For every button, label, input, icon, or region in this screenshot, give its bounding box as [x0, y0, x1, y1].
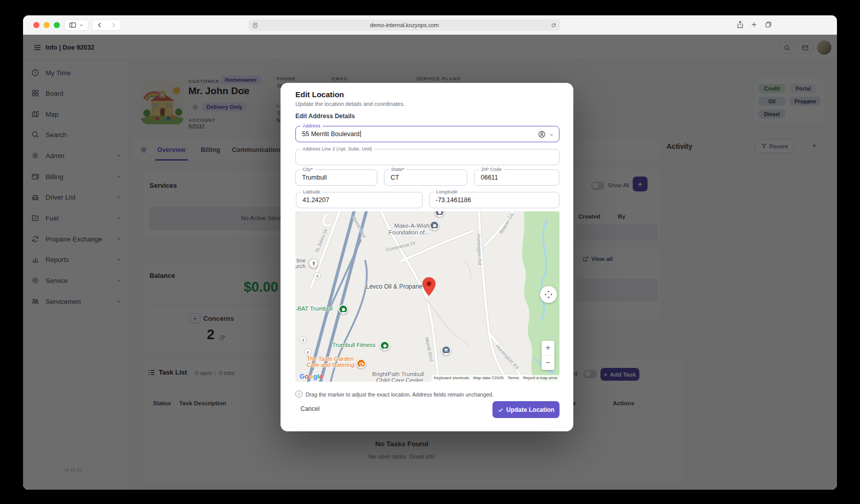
poi-label-dbat[interactable]: D-BAT Trumbull: [295, 305, 333, 312]
zoom-window-button[interactable]: [54, 22, 60, 28]
tab-overview-icon[interactable]: [765, 21, 772, 28]
location-pin-marker[interactable]: [422, 277, 436, 296]
state-label: State*: [389, 166, 406, 172]
zip-value: 06611: [481, 174, 498, 181]
terms-link[interactable]: Terms: [506, 375, 521, 382]
minimize-window-button[interactable]: [44, 22, 50, 28]
zip-input[interactable]: ZIP Code 06611: [474, 169, 560, 186]
sidebar-toggle-icon: [69, 21, 76, 29]
modal-note: Drag the marker to adjust the exact loca…: [306, 391, 493, 398]
zoom-in-button[interactable]: +: [542, 341, 554, 355]
poi-label-church-2: urch: [295, 263, 306, 269]
city-input[interactable]: City* Trumbull: [295, 169, 377, 186]
info-icon: i: [295, 390, 303, 398]
map-attribution: Keyboard shortcuts Map data ©2025 Terms …: [432, 375, 560, 382]
poi-label-taste-garden[interactable]: The Taste Garden: [307, 356, 354, 362]
update-location-button[interactable]: Update Location: [492, 401, 560, 418]
modal-section-title: Edit Address Details: [295, 113, 355, 120]
text-caret: [360, 130, 361, 137]
poi-label-brightpath-2[interactable]: Child Care Center: [376, 377, 423, 382]
latitude-label: Latitude: [301, 189, 322, 194]
keyboard-shortcuts-link[interactable]: Keyboard shortcuts: [432, 375, 471, 382]
route-8-shield: 8: [299, 336, 307, 343]
chevron-down-icon[interactable]: [549, 133, 554, 137]
url-text: demo-internal.kozyops.com: [258, 22, 551, 28]
map-canvas[interactable]: St Johns Dr Merritt Blvd Commerce Dr Hun…: [295, 211, 560, 382]
browser-toolbar: demo-internal.kozyops.com: [23, 15, 837, 35]
latitude-value: 41.24207: [303, 196, 329, 204]
state-input[interactable]: State* CT: [384, 169, 467, 186]
route-8-shield: 8: [304, 348, 311, 356]
report-map-error-link[interactable]: Report a map error: [521, 375, 560, 382]
fitness-marker[interactable]: [380, 341, 390, 350]
modal-title: Edit Location: [295, 90, 344, 99]
google-logo[interactable]: Google: [299, 372, 323, 380]
update-location-label: Update Location: [506, 406, 554, 413]
address-input-value: 55 Merritt Boulevard: [302, 130, 361, 138]
edit-location-modal: Edit Location Update the location detail…: [281, 83, 573, 431]
browser-window: demo-internal.kozyops.com Info | Doe 920…: [23, 15, 837, 490]
poi-label-make-a-wish[interactable]: Make-A-Wish: [372, 223, 429, 229]
poi-label-brightpath[interactable]: BrightPath Trumbull: [372, 371, 424, 377]
page-icon: [252, 23, 258, 28]
sidebar-toggle-button[interactable]: [64, 19, 89, 31]
chevron-down-icon: [79, 23, 83, 27]
longitude-label: Longitude: [434, 189, 460, 194]
reload-icon[interactable]: [551, 23, 556, 28]
latitude-input[interactable]: Latitude 41.24207: [296, 192, 423, 208]
share-icon[interactable]: [736, 20, 744, 29]
make-a-wish-marker[interactable]: [429, 221, 439, 230]
city-value: Trumbull: [302, 174, 327, 181]
poi-label-make-a-wish-2[interactable]: Foundation of...: [364, 229, 429, 235]
church-marker[interactable]: [309, 258, 318, 268]
city-label: City*: [300, 166, 315, 172]
longitude-input[interactable]: Longitude -73.1461186: [429, 192, 560, 208]
person-circle-icon[interactable]: [538, 130, 546, 138]
poi-label-taste-garden-2[interactable]: Cafe and Catering: [307, 362, 354, 368]
school-marker[interactable]: [441, 345, 451, 355]
app-root: Info | Doe 92032 My Time Board Map Searc…: [23, 35, 837, 490]
zoom-out-button[interactable]: −: [542, 356, 554, 369]
back-button[interactable]: [97, 22, 103, 28]
route-8-shield: 8: [314, 272, 321, 279]
address-input[interactable]: Address 55 Merritt Boulevard: [295, 126, 560, 142]
check-icon: [498, 407, 504, 413]
new-tab-icon[interactable]: [750, 21, 758, 28]
address-line2-label: Address Line 2 (Apt, Suite, Unit): [300, 146, 374, 151]
forward-button[interactable]: [110, 22, 116, 28]
modal-subtitle: Update the location details and coordina…: [295, 101, 405, 107]
screen: demo-internal.kozyops.com Info | Doe 920…: [0, 0, 860, 504]
state-value: CT: [391, 174, 399, 181]
poi-label-fitness[interactable]: Trumbull Fitness: [332, 342, 376, 348]
road-label: Huntington Rd: [476, 234, 483, 265]
poi-label-levco[interactable]: Levco Oil & Propane: [366, 283, 422, 290]
address-input-label: Address: [300, 123, 322, 128]
zip-label: ZIP Code: [479, 166, 504, 172]
cancel-button[interactable]: Cancel: [300, 405, 319, 412]
taste-garden-marker[interactable]: [356, 359, 366, 368]
pan-control[interactable]: [540, 286, 557, 303]
zoom-control: + −: [542, 341, 554, 370]
dbat-marker[interactable]: [338, 304, 348, 314]
address-bar[interactable]: demo-internal.kozyops.com: [248, 19, 561, 31]
nav-buttons: [92, 19, 121, 31]
address-line2-input[interactable]: Address Line 2 (Apt, Suite, Unit): [295, 149, 560, 165]
close-window-button[interactable]: [33, 22, 39, 28]
map-data-text: Map data ©2025: [471, 375, 505, 382]
longitude-value: -73.1461186: [436, 196, 471, 204]
